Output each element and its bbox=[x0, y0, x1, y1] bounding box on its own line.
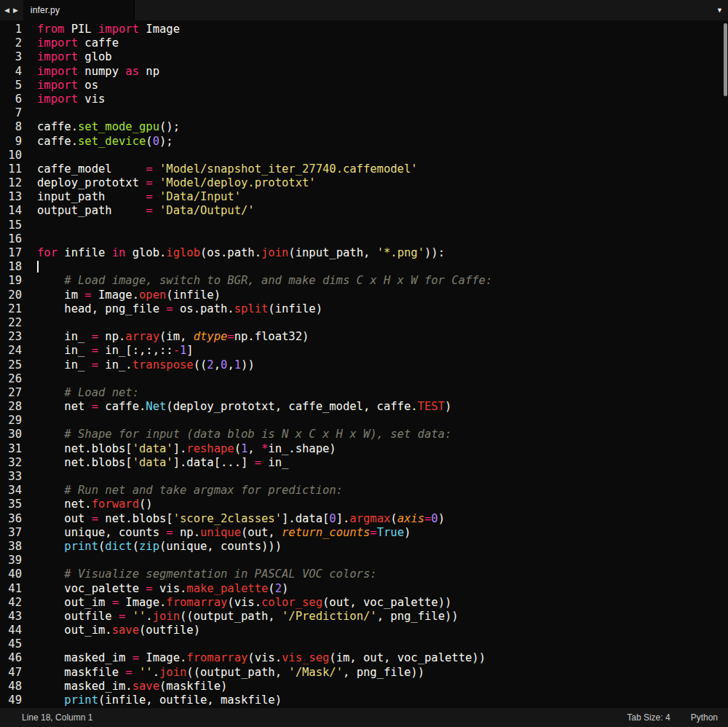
line-number[interactable]: 7 bbox=[0, 106, 22, 120]
code-line[interactable]: 21 head, png_file = os.path.split(infile… bbox=[0, 302, 728, 316]
line-number[interactable]: 41 bbox=[0, 582, 22, 596]
code-line[interactable]: 41 voc_palette = vis.make_palette(2) bbox=[0, 582, 728, 596]
code-line[interactable]: 13input_path = 'Data/Input' bbox=[0, 190, 728, 204]
code-line[interactable]: 5import os bbox=[0, 79, 728, 93]
code-line[interactable]: 36 out = net.blobs['score_2classes'].dat… bbox=[0, 512, 728, 526]
code-line[interactable]: 6import vis bbox=[0, 93, 728, 106]
line-number[interactable]: 25 bbox=[0, 358, 22, 372]
line-number[interactable]: 26 bbox=[0, 372, 22, 386]
line-number[interactable]: 28 bbox=[0, 400, 22, 414]
code-line[interactable]: 15 bbox=[0, 219, 728, 232]
line-number[interactable]: 30 bbox=[0, 428, 22, 441]
code-line[interactable]: 25 in_ = in_.transpose((2,0,1)) bbox=[0, 358, 728, 372]
code-line[interactable]: 22 bbox=[0, 316, 728, 330]
line-number[interactable]: 42 bbox=[0, 596, 22, 610]
line-number[interactable]: 33 bbox=[0, 470, 22, 484]
code-line[interactable]: 29 bbox=[0, 414, 728, 428]
line-number[interactable]: 24 bbox=[0, 344, 22, 358]
code-line[interactable]: 37 unique, counts = np.unique(out, retur… bbox=[0, 526, 728, 540]
line-number[interactable]: 14 bbox=[0, 204, 22, 218]
line-number[interactable]: 16 bbox=[0, 232, 22, 246]
line-number[interactable]: 8 bbox=[0, 120, 22, 134]
code-editor[interactable]: 1from PIL import Image2import caffe3impo… bbox=[0, 20, 728, 708]
code-line[interactable]: 1from PIL import Image bbox=[0, 23, 728, 36]
code-line[interactable]: 11caffe_model = 'Model/snapshot_iter_277… bbox=[0, 162, 728, 176]
line-number[interactable]: 32 bbox=[0, 456, 22, 470]
code-line[interactable]: 19 # Load image, switch to BGR, and make… bbox=[0, 274, 728, 288]
code-line[interactable]: 17for infile in glob.iglob(os.path.join(… bbox=[0, 246, 728, 260]
tab-overflow-icon[interactable]: ▼ bbox=[711, 0, 728, 20]
line-number[interactable]: 5 bbox=[0, 79, 22, 93]
code-line[interactable]: 12deploy_prototxt = 'Model/deploy.protot… bbox=[0, 176, 728, 190]
code-line[interactable]: 8caffe.set_mode_gpu(); bbox=[0, 120, 728, 134]
line-number[interactable]: 11 bbox=[0, 162, 22, 176]
line-number[interactable]: 23 bbox=[0, 330, 22, 344]
line-number[interactable]: 29 bbox=[0, 414, 22, 428]
line-number[interactable]: 38 bbox=[0, 540, 22, 554]
code-line[interactable]: 42 out_im = Image.fromarray(vis.color_se… bbox=[0, 596, 728, 610]
code-line[interactable]: 47 maskfile = ''.join((output_path, '/Ma… bbox=[0, 666, 728, 680]
line-number[interactable]: 20 bbox=[0, 288, 22, 302]
code-line[interactable]: 39 bbox=[0, 554, 728, 567]
code-line[interactable]: 44 out_im.save(outfile) bbox=[0, 624, 728, 637]
tab-scroll-left-icon[interactable]: ◀ bbox=[4, 7, 9, 14]
code-line[interactable]: 48 masked_im.save(maskfile) bbox=[0, 680, 728, 693]
line-number[interactable]: 47 bbox=[0, 666, 22, 680]
code-line[interactable]: 27 # Load net: bbox=[0, 386, 728, 400]
vertical-scrollbar-thumb[interactable] bbox=[724, 23, 727, 96]
line-number[interactable]: 19 bbox=[0, 274, 22, 288]
line-number[interactable]: 2 bbox=[0, 36, 22, 50]
code-line[interactable]: 2import caffe bbox=[0, 36, 728, 50]
code-line[interactable]: 23 in_ = np.array(im, dtype=np.float32) bbox=[0, 330, 728, 344]
line-number[interactable]: 48 bbox=[0, 680, 22, 693]
code-line[interactable]: 40 # Visualize segmentation in PASCAL VO… bbox=[0, 567, 728, 581]
line-number[interactable]: 35 bbox=[0, 498, 22, 511]
line-number[interactable]: 39 bbox=[0, 554, 22, 567]
code-line[interactable]: 3import glob bbox=[0, 50, 728, 64]
code-line[interactable]: 34 # Run net and take argmax for predict… bbox=[0, 484, 728, 498]
code-line[interactable]: 10 bbox=[0, 149, 728, 162]
code-line[interactable]: 30 # Shape for input (data blob is N x C… bbox=[0, 428, 728, 441]
line-number[interactable]: 4 bbox=[0, 65, 22, 79]
line-number[interactable]: 34 bbox=[0, 484, 22, 498]
code-line[interactable]: 26 bbox=[0, 372, 728, 386]
line-number[interactable]: 12 bbox=[0, 176, 22, 190]
line-number[interactable]: 15 bbox=[0, 219, 22, 232]
line-number[interactable]: 44 bbox=[0, 624, 22, 637]
line-number[interactable]: 1 bbox=[0, 23, 22, 36]
tab-scroll-right-icon[interactable]: ▶ bbox=[13, 7, 18, 14]
code-line[interactable]: 49 print(infile, outfile, maskfile) bbox=[0, 693, 728, 707]
code-line[interactable]: 32 net.blobs['data'].data[...] = in_ bbox=[0, 456, 728, 470]
tab-infer-py[interactable]: infer.py bbox=[23, 0, 135, 20]
line-number[interactable]: 31 bbox=[0, 442, 22, 456]
line-number[interactable]: 43 bbox=[0, 610, 22, 624]
code-line[interactable]: 33 bbox=[0, 470, 728, 484]
line-number[interactable]: 21 bbox=[0, 302, 22, 316]
code-line[interactable]: 16 bbox=[0, 232, 728, 246]
line-number[interactable]: 10 bbox=[0, 149, 22, 162]
code-line[interactable]: 28 net = caffe.Net(deploy_prototxt, caff… bbox=[0, 400, 728, 414]
line-number[interactable]: 40 bbox=[0, 567, 22, 581]
code-line[interactable]: 14output_path = 'Data/Output/' bbox=[0, 204, 728, 218]
code-line[interactable]: 9caffe.set_device(0); bbox=[0, 135, 728, 149]
code-line[interactable]: 18 bbox=[0, 260, 728, 274]
code-line[interactable]: 46 masked_im = Image.fromarray(vis.vis_s… bbox=[0, 651, 728, 665]
line-number[interactable]: 46 bbox=[0, 651, 22, 665]
line-number[interactable]: 18 bbox=[0, 260, 22, 274]
line-number[interactable]: 36 bbox=[0, 512, 22, 526]
code-line[interactable]: 7 bbox=[0, 106, 728, 120]
language-indicator[interactable]: Python bbox=[691, 712, 718, 723]
line-number[interactable]: 45 bbox=[0, 637, 22, 651]
code-line[interactable]: 45 bbox=[0, 637, 728, 651]
code-line[interactable]: 43 outfile = ''.join((output_path, '/Pre… bbox=[0, 610, 728, 624]
line-number[interactable]: 3 bbox=[0, 50, 22, 64]
code-line[interactable]: 38 print(dict(zip(unique, counts))) bbox=[0, 540, 728, 554]
code-line[interactable]: 31 net.blobs['data'].reshape(1, *in_.sha… bbox=[0, 442, 728, 456]
line-number[interactable]: 37 bbox=[0, 526, 22, 540]
line-number[interactable]: 22 bbox=[0, 316, 22, 330]
line-number[interactable]: 17 bbox=[0, 246, 22, 260]
tab-size-indicator[interactable]: Tab Size: 4 bbox=[627, 712, 670, 723]
code-line[interactable]: 4import numpy as np bbox=[0, 65, 728, 79]
line-number[interactable]: 13 bbox=[0, 190, 22, 204]
code-line[interactable]: 35 net.forward() bbox=[0, 498, 728, 511]
